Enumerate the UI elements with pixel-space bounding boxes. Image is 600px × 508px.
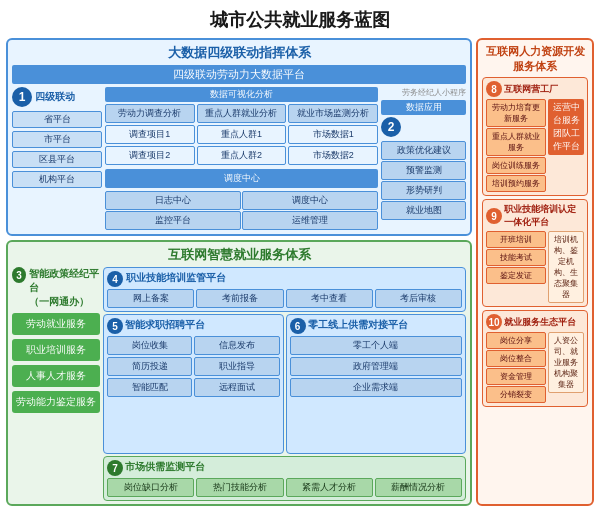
big-data-inner: 1 四级联动 省平台 市平台 区县平台 机构平台 数据可视化分析 劳动力调查分析… — [12, 87, 466, 230]
p10-sub-0: 人资公司、就业服务机构聚集器 — [548, 332, 584, 393]
badge-5: 5 — [107, 318, 123, 334]
right-panel: 互联网人力资源开发服务体系 8 互联网营工厂 劳动力培育更新服务 重点人群就业服… — [476, 38, 594, 506]
p8-item-1: 重点人群就业服务 — [486, 128, 546, 156]
analysis-item-0: 调查项目1 — [105, 125, 195, 144]
p4-item-3: 考后审核 — [375, 289, 462, 308]
btn-1[interactable]: 职业培训服务 — [12, 339, 100, 361]
btn-3[interactable]: 劳动能力鉴定服务 — [12, 391, 100, 413]
panel8-items: 劳动力培育更新服务 重点人群就业服务 岗位训练服务 培训预约服务 — [486, 99, 546, 192]
panel7-title: 市场供需监测平台 — [125, 460, 205, 474]
app-3: 就业地图 — [381, 201, 466, 220]
internet-inner: 3 智能政策经纪平台（一网通办） 劳动就业服务 职业培训服务 人事人才服务 劳动… — [12, 267, 466, 501]
p5-item-5: 远程面试 — [194, 378, 279, 397]
p8-item-3: 培训预约服务 — [486, 175, 546, 192]
p8-platform-title: 运营中台服务团队工作平台 — [548, 99, 584, 155]
data-analysis-title: 数据可视化分析 — [105, 87, 378, 102]
dispatch-items: 日志中心 调度中心 监控平台 运维管理 — [105, 191, 378, 230]
badge-10: 10 — [486, 314, 502, 330]
panel9-items: 开班培训 技能考试 鉴定发证 — [486, 231, 546, 303]
panel-5: 5 智能求职招聘平台 岗位收集 信息发布 简历投递 职业指导 智能匹配 远程面试 — [103, 314, 284, 454]
analysis-item-4: 重点人群2 — [197, 146, 287, 165]
sub-label-0: 省平台 — [12, 111, 102, 128]
panel10-inner: 岗位分享 岗位整合 资金管理 分销裂变 人资公司、就业服务机构聚集器 — [486, 332, 584, 403]
p9-item-1: 技能考试 — [486, 249, 546, 266]
panel5-grid: 岗位收集 信息发布 简历投递 职业指导 智能匹配 远程面试 — [107, 336, 280, 397]
panel7-grid: 岗位缺口分析 热门技能分析 紧需人才分析 薪酬情况分析 — [107, 478, 462, 497]
internet-title: 互联网智慧就业服务体系 — [12, 246, 466, 264]
p5-item-0: 岗位收集 — [107, 336, 192, 355]
main-container: 大数据四级联动指挥体系 四级联动劳动力大数据平台 1 四级联动 省平台 市平台 … — [0, 38, 600, 508]
panel-6: 6 零工线上供需对接平台 零工个人端 政府管理端 企业需求端 — [286, 314, 467, 454]
p9-item-2: 鉴定发证 — [486, 267, 546, 284]
analysis-item-5: 市场数据2 — [288, 146, 378, 165]
panel8-platform: 运营中台服务团队工作平台 — [548, 99, 584, 192]
p10-item-2: 资金管理 — [486, 368, 546, 385]
p9-item-0: 开班培训 — [486, 231, 546, 248]
p10-item-0: 岗位分享 — [486, 332, 546, 349]
panel8-inner: 劳动力培育更新服务 重点人群就业服务 岗位训练服务 培训预约服务 运营中台服务团… — [486, 99, 584, 192]
bd-middle: 数据可视化分析 劳动力调查分析 重点人群就业分析 就业市场监测分析 调查项目1 … — [105, 87, 378, 230]
panel10-sub: 人资公司、就业服务机构聚集器 — [548, 332, 584, 403]
badge-2-label: 2 — [381, 117, 466, 137]
p5-item-2: 简历投递 — [107, 357, 192, 376]
p6-item-1: 政府管理端 — [290, 357, 463, 376]
panel5-title: 智能求职招聘平台 — [125, 318, 205, 332]
analysis-col-0: 劳动力调查分析 — [105, 104, 195, 123]
bd-right: 劳务经纪人小程序 数据应用 2 政策优化建议 预警监测 形势研判 就业地图 — [381, 87, 466, 230]
app-2: 形势研判 — [381, 181, 466, 200]
bd-level-label: 1 四级联动 — [12, 87, 102, 107]
analysis-grid: 劳动力调查分析 重点人群就业分析 就业市场监测分析 调查项目1 重点人群1 市场… — [105, 104, 378, 165]
analysis-item-1: 重点人群1 — [197, 125, 287, 144]
badge-8: 8 — [486, 81, 502, 97]
panel-10: 10 就业服务生态平台 岗位分享 岗位整合 资金管理 分销裂变 人资公司、就业服… — [482, 310, 588, 407]
btn-2[interactable]: 人事人才服务 — [12, 365, 100, 387]
p7-item-1: 热门技能分析 — [196, 478, 283, 497]
badge-9: 9 — [486, 208, 502, 224]
panel-4: 4 职业技能培训监管平台 网上备案 考前报备 考中查看 考后审核 — [103, 267, 466, 312]
sub-label-1: 市平台 — [12, 131, 102, 148]
p5-item-3: 职业指导 — [194, 357, 279, 376]
panel8-title: 互联网营工厂 — [504, 83, 558, 96]
panel9-header: 9 职业技能培训认定一体化平台 — [486, 203, 584, 229]
analysis-item-3: 调查项目2 — [105, 146, 195, 165]
panel8-header: 8 互联网营工厂 — [486, 81, 584, 97]
panel-56-row: 5 智能求职招聘平台 岗位收集 信息发布 简历投递 职业指导 智能匹配 远程面试 — [103, 314, 466, 454]
int-col1: 3 智能政策经纪平台（一网通办） 劳动就业服务 职业培训服务 人事人才服务 劳动… — [12, 267, 100, 501]
panel-7: 7 市场供需监测平台 岗位缺口分析 热门技能分析 紧需人才分析 薪酬情况分析 — [103, 456, 466, 501]
apps-title: 数据应用 — [381, 100, 466, 115]
p6-item-0: 零工个人端 — [290, 336, 463, 355]
page-title: 城市公共就业服务蓝图 — [0, 0, 600, 38]
dispatch-2: 监控平台 — [105, 211, 241, 230]
panel10-header: 10 就业服务生态平台 — [486, 314, 584, 330]
p5-item-1: 信息发布 — [194, 336, 279, 355]
p10-item-3: 分销裂变 — [486, 386, 546, 403]
dispatch-1: 调度中心 — [242, 191, 378, 210]
apps-col: 政策优化建议 预警监测 形势研判 就业地图 — [381, 141, 466, 230]
p7-item-2: 紧需人才分析 — [286, 478, 373, 497]
panel6-items: 零工个人端 政府管理端 企业需求端 — [290, 336, 463, 397]
p4-item-2: 考中查看 — [286, 289, 373, 308]
dispatch-3: 运维管理 — [242, 211, 378, 230]
sub-label-3: 机构平台 — [12, 171, 102, 188]
btn-0[interactable]: 劳动就业服务 — [12, 313, 100, 335]
badge-1: 1 — [12, 87, 32, 107]
panel9-sub: 培训机构、鉴定机构、生态聚集器 — [548, 231, 584, 303]
p9-sub-0: 培训机构、鉴定机构、生态聚集器 — [548, 231, 584, 303]
p10-item-1: 岗位整合 — [486, 350, 546, 367]
badge-3: 3 — [12, 267, 26, 283]
app-1: 预警监测 — [381, 161, 466, 180]
int-col1-label: 智能政策经纪平台（一网通办） — [29, 267, 100, 309]
p7-item-0: 岗位缺口分析 — [107, 478, 194, 497]
p5-item-4: 智能匹配 — [107, 378, 192, 397]
badge-2: 2 — [381, 117, 401, 137]
dispatch-0: 日志中心 — [105, 191, 241, 210]
big-data-title: 大数据四级联动指挥体系 — [12, 44, 466, 62]
p8-item-0: 劳动力培育更新服务 — [486, 99, 546, 127]
panel9-inner: 开班培训 技能考试 鉴定发证 培训机构、鉴定机构、生态聚集器 — [486, 231, 584, 303]
analysis-item-2: 市场数据1 — [288, 125, 378, 144]
internet-section: 互联网智慧就业服务体系 3 智能政策经纪平台（一网通办） 劳动就业服务 职业培训… — [6, 240, 472, 506]
badge-4: 4 — [107, 271, 123, 287]
app-0: 政策优化建议 — [381, 141, 466, 160]
right-title: 互联网人力资源开发服务体系 — [482, 44, 588, 74]
panel9-title: 职业技能培训认定一体化平台 — [504, 203, 584, 229]
